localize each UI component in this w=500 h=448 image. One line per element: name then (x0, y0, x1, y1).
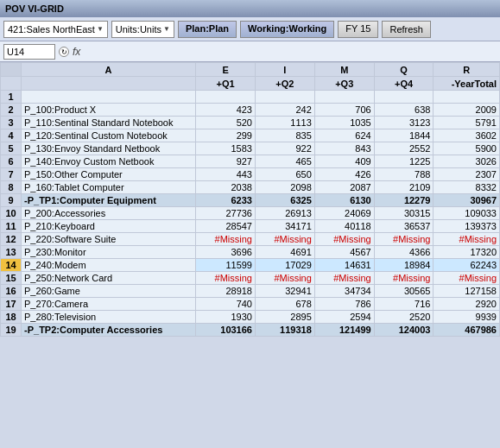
data-cell-18-Q[interactable]: 2520 (374, 311, 434, 324)
col-header-E[interactable]: E (196, 63, 256, 77)
data-cell-2-I[interactable]: 242 (255, 104, 314, 117)
data-cell-12-M[interactable]: #Missing (314, 233, 374, 246)
data-cell-3-M[interactable]: 1035 (314, 117, 374, 129)
data-cell-9-Q[interactable]: 12279 (374, 194, 434, 207)
data-cell-13-R[interactable]: 17320 (434, 246, 500, 259)
data-cell-6-M[interactable]: 409 (314, 155, 374, 168)
data-cell-7-M[interactable]: 426 (314, 168, 374, 181)
data-cell-7-R[interactable]: 2307 (434, 168, 500, 181)
label-cell-row-1[interactable] (22, 91, 196, 104)
data-cell-4-E[interactable]: 299 (196, 129, 256, 142)
data-cell-19-Q[interactable]: 124003 (374, 324, 434, 337)
data-cell-2-Q[interactable]: 638 (374, 104, 434, 117)
label-cell-row-18[interactable]: P_280:Television (22, 311, 196, 324)
dim3-button[interactable]: Plan:Plan (178, 21, 237, 38)
data-cell-1-E[interactable] (196, 91, 256, 104)
data-cell-7-E[interactable]: 443 (196, 168, 256, 181)
label-cell-row-5[interactable]: P_130:Envoy Standard Netbook (22, 142, 196, 155)
data-cell-12-I[interactable]: #Missing (255, 233, 314, 246)
data-cell-5-I[interactable]: 922 (255, 142, 314, 155)
label-cell-row-17[interactable]: P_270:Camera (22, 298, 196, 311)
refresh-button[interactable]: Refresh (382, 21, 431, 38)
data-cell-3-Q[interactable]: 3123 (374, 117, 434, 129)
data-cell-1-I[interactable] (255, 91, 314, 104)
data-cell-18-M[interactable]: 2594 (314, 311, 374, 324)
data-cell-1-M[interactable] (314, 91, 374, 104)
data-cell-14-I[interactable]: 17029 (255, 259, 314, 272)
data-cell-4-I[interactable]: 835 (255, 129, 314, 142)
data-cell-2-R[interactable]: 2009 (434, 104, 500, 117)
data-cell-15-E[interactable]: #Missing (196, 272, 256, 285)
col-header-R[interactable]: R (434, 63, 500, 77)
col-header-M[interactable]: M (314, 63, 374, 77)
data-cell-8-I[interactable]: 2098 (255, 181, 314, 194)
label-cell-row-10[interactable]: P_200:Accessories (22, 207, 196, 220)
data-cell-18-R[interactable]: 9939 (434, 311, 500, 324)
data-cell-4-R[interactable]: 3602 (434, 129, 500, 142)
data-cell-17-I[interactable]: 678 (255, 298, 314, 311)
data-cell-5-E[interactable]: 1583 (196, 142, 256, 155)
data-cell-19-M[interactable]: 121499 (314, 324, 374, 337)
data-cell-4-M[interactable]: 624 (314, 129, 374, 142)
data-cell-11-I[interactable]: 34171 (255, 220, 314, 233)
data-cell-11-R[interactable]: 139373 (434, 220, 500, 233)
data-cell-5-Q[interactable]: 2552 (374, 142, 434, 155)
data-cell-5-R[interactable]: 5900 (434, 142, 500, 155)
data-cell-3-E[interactable]: 520 (196, 117, 256, 129)
col-header-I[interactable]: I (255, 63, 314, 77)
data-cell-12-E[interactable]: #Missing (196, 233, 256, 246)
data-cell-9-M[interactable]: 6130 (314, 194, 374, 207)
data-cell-6-Q[interactable]: 1225 (374, 155, 434, 168)
label-cell-row-13[interactable]: P_230:Monitor (22, 246, 196, 259)
label-cell-row-4[interactable]: P_120:Sentinal Custom Notebook (22, 129, 196, 142)
data-cell-10-M[interactable]: 24069 (314, 207, 374, 220)
data-cell-10-E[interactable]: 27736 (196, 207, 256, 220)
data-cell-11-Q[interactable]: 36537 (374, 220, 434, 233)
data-cell-10-Q[interactable]: 30315 (374, 207, 434, 220)
label-cell-row-16[interactable]: P_260:Game (22, 285, 196, 298)
data-cell-12-Q[interactable]: #Missing (374, 233, 434, 246)
data-cell-16-E[interactable]: 28918 (196, 285, 256, 298)
data-cell-15-I[interactable]: #Missing (255, 272, 314, 285)
label-cell-row-8[interactable]: P_160:Tablet Computer (22, 181, 196, 194)
data-cell-10-I[interactable]: 26913 (255, 207, 314, 220)
label-cell-row-9[interactable]: -P_TP1:Computer Equipment (22, 194, 196, 207)
data-cell-8-E[interactable]: 2038 (196, 181, 256, 194)
dim1-dropdown[interactable]: 421:Sales NorthEast ▼ (3, 21, 108, 38)
data-cell-17-M[interactable]: 786 (314, 298, 374, 311)
data-cell-8-Q[interactable]: 2109 (374, 181, 434, 194)
data-cell-9-E[interactable]: 6233 (196, 194, 256, 207)
label-cell-row-19[interactable]: -P_TP2:Computer Accessories (22, 324, 196, 337)
data-cell-11-M[interactable]: 40118 (314, 220, 374, 233)
data-cell-17-R[interactable]: 2920 (434, 298, 500, 311)
label-cell-row-14[interactable]: P_240:Modem (22, 259, 196, 272)
data-cell-10-R[interactable]: 109033 (434, 207, 500, 220)
data-cell-6-E[interactable]: 927 (196, 155, 256, 168)
data-cell-13-I[interactable]: 4691 (255, 246, 314, 259)
col-header-Q[interactable]: Q (374, 63, 434, 77)
data-cell-8-R[interactable]: 8332 (434, 181, 500, 194)
label-cell-row-7[interactable]: P_150:Other Computer (22, 168, 196, 181)
data-cell-19-E[interactable]: 103166 (196, 324, 256, 337)
data-cell-1-R[interactable] (434, 91, 500, 104)
data-cell-19-I[interactable]: 119318 (255, 324, 314, 337)
data-cell-18-I[interactable]: 2895 (255, 311, 314, 324)
data-cell-17-E[interactable]: 740 (196, 298, 256, 311)
data-cell-15-R[interactable]: #Missing (434, 272, 500, 285)
label-cell-row-11[interactable]: P_210:Keyboard (22, 220, 196, 233)
col-header-A[interactable]: A (22, 63, 196, 77)
data-cell-16-I[interactable]: 32941 (255, 285, 314, 298)
label-cell-row-12[interactable]: P_220:Software Suite (22, 233, 196, 246)
data-cell-4-Q[interactable]: 1844 (374, 129, 434, 142)
data-cell-16-Q[interactable]: 30565 (374, 285, 434, 298)
dim4-button[interactable]: Working:Working (240, 21, 334, 38)
data-cell-14-R[interactable]: 62243 (434, 259, 500, 272)
data-cell-16-M[interactable]: 34734 (314, 285, 374, 298)
data-cell-5-M[interactable]: 843 (314, 142, 374, 155)
data-cell-19-R[interactable]: 467986 (434, 324, 500, 337)
data-cell-14-M[interactable]: 14631 (314, 259, 374, 272)
data-cell-15-Q[interactable]: #Missing (374, 272, 434, 285)
data-cell-12-R[interactable]: #Missing (434, 233, 500, 246)
data-cell-8-M[interactable]: 2087 (314, 181, 374, 194)
data-cell-3-R[interactable]: 5791 (434, 117, 500, 129)
